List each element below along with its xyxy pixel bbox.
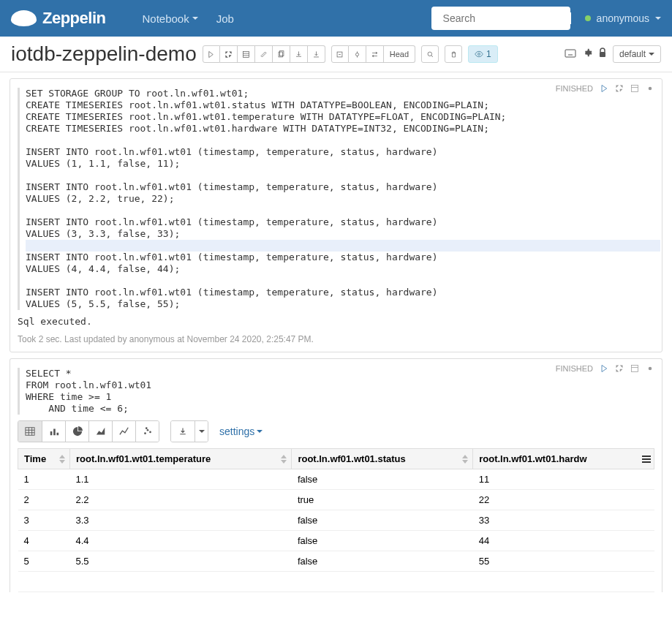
table-cell: 5 [18,551,70,572]
interpreter-settings-button[interactable] [582,48,592,61]
hide-output-button[interactable] [630,363,639,373]
mode-selector[interactable]: default [613,45,661,63]
visualization-bar: settings [18,420,654,442]
permissions-button[interactable] [598,48,607,61]
paragraph-settings-button[interactable] [645,83,654,93]
sort-icon[interactable] [59,455,65,465]
global-search[interactable] [431,7,570,30]
svg-line-10 [431,55,432,56]
code-line: FROM root.ln.wf01.wt01 [26,379,654,391]
run-paragraph-button[interactable] [599,363,608,373]
code-line: CREATE TIMESERIES root.ln.wf01.wt01.stat… [26,99,654,111]
table-cell: 2.2 [70,490,292,510]
sort-icon[interactable] [281,455,287,465]
table-cell: 1.1 [70,469,292,490]
keyboard-shortcuts-button[interactable] [565,48,576,61]
code-line [26,275,654,287]
toolbar-version-group: Head [331,45,415,63]
table-cell: 3.3 [70,510,292,531]
hide-editor-button[interactable] [614,363,624,373]
table-cell: true [292,490,473,510]
code-line: INSERT INTO root.ln.wf01.wt01 (timestamp… [26,181,654,193]
code-line: VALUES (4, 4.4, false, 44); [26,263,654,275]
result-table: Timeroot.ln.wf01.wt01.temperatureroot.ln… [18,448,654,592]
result-output: Sql executed. [18,316,654,327]
hide-editor-button[interactable] [614,83,624,93]
code-line: VALUES (1, 1.1, false, 11); [26,158,654,170]
notebook-titlebar: iotdb-zeppelin-demo Head 1 default [0,37,672,72]
run-paragraph-button[interactable] [599,83,608,93]
commit-button[interactable] [349,45,366,63]
viz-area-button[interactable] [88,421,112,442]
svg-rect-34 [642,456,651,457]
caret-down-icon [655,17,661,20]
version-control-button[interactable] [331,45,349,63]
table-cell [18,572,654,592]
nav-notebook[interactable]: Notebook [142,12,197,25]
svg-rect-0 [243,51,249,57]
code-line: VALUES (2, 2.2, true, 22); [26,193,654,205]
search-input[interactable] [443,12,571,24]
table-cell: false [292,469,473,490]
user-menu[interactable]: anonymous [585,12,661,24]
export-notebook-button[interactable] [290,45,308,63]
svg-point-6 [355,53,358,56]
paragraph-controls: FINISHED [556,363,654,373]
run-all-button[interactable] [203,45,220,63]
compare-button[interactable] [366,45,384,63]
column-header[interactable]: root.ln.wf01.wt01.hardw [473,449,654,469]
show-hide-output-button[interactable] [238,45,255,63]
head-button[interactable]: Head [384,45,415,63]
hide-output-button[interactable] [630,83,639,93]
brand[interactable]: Zeppelin [11,9,105,28]
download-button[interactable] [171,421,195,442]
navbar: Zeppelin Notebook Job anonymous [0,0,672,37]
code-line: INSERT INTO root.ln.wf01.wt01 (timestamp… [26,252,654,263]
code-line: VALUES (5, 5.5, false, 55); [26,298,654,310]
viz-scatter-button[interactable] [135,421,159,442]
svg-rect-17 [600,52,605,57]
download-options-button[interactable] [195,421,208,442]
table-cell: false [292,510,473,531]
column-header[interactable]: Time [18,449,70,469]
table-cell: 2 [18,490,70,510]
paragraph-settings-button[interactable] [645,363,654,373]
table-cell: 44 [473,531,654,551]
nav-job[interactable]: Job [216,12,234,25]
svg-point-33 [145,427,147,429]
clear-output-button[interactable] [255,45,273,63]
viewers-badge[interactable]: 1 [468,45,498,63]
svg-rect-22 [26,428,34,436]
table-cell: 4.4 [70,531,292,551]
code-line: CREATE TIMESERIES root.ln.wf01.wt01.hard… [26,123,654,135]
svg-rect-27 [50,431,52,435]
code-line: WHERE time >= 1 [26,391,654,403]
download-notebook-button[interactable] [308,45,325,63]
code-line: INSERT INTO root.ln.wf01.wt01 (timestamp… [26,216,654,228]
show-hide-code-button[interactable] [220,45,238,63]
table-cell: 3 [18,510,70,531]
table-row: 22.2true22 [18,490,654,510]
paragraph: FINISHED SELECT *FROM root.ln.wf01.wt01W… [10,358,662,592]
viz-line-button[interactable] [112,421,135,442]
sort-icon[interactable] [462,455,468,465]
column-header[interactable]: root.ln.wf01.wt01.status [292,449,473,469]
notebook-title[interactable]: iotdb-zeppelin-demo [11,42,197,66]
viz-pie-button[interactable] [65,421,88,442]
svg-rect-35 [642,458,651,460]
nav-notebook-label: Notebook [142,12,189,25]
code-editor[interactable]: SELECT *FROM root.ln.wf01.wt01WHERE time… [18,368,654,415]
svg-point-11 [478,53,480,56]
status-dot-icon [585,15,591,21]
settings-toggle[interactable]: settings [219,426,263,437]
viz-bar-button[interactable] [42,421,65,442]
column-header[interactable]: root.ln.wf01.wt01.temperature [70,449,292,469]
trash-button[interactable] [445,45,462,63]
svg-rect-20 [631,365,638,371]
viz-table-button[interactable] [18,421,42,442]
find-button[interactable] [421,45,439,63]
menu-icon[interactable] [642,455,651,466]
clone-notebook-button[interactable] [273,45,290,63]
table-cell: 33 [473,510,654,531]
code-editor[interactable]: SET STORAGE GROUP TO root.ln.wf01.wt01;C… [18,88,654,310]
